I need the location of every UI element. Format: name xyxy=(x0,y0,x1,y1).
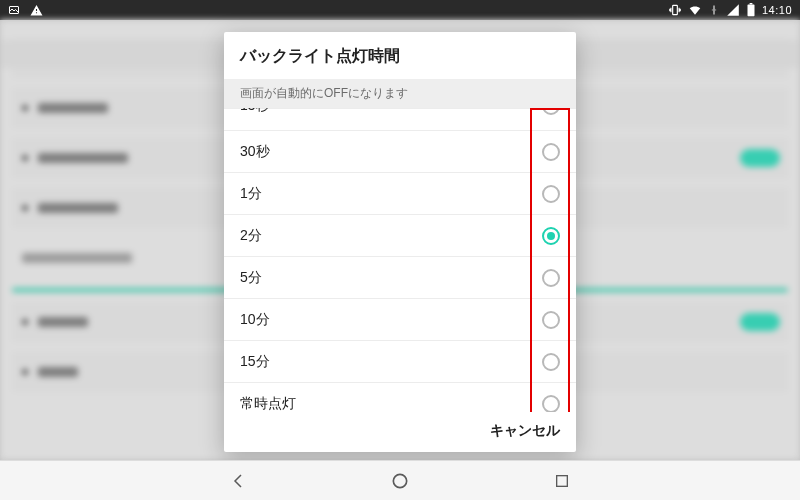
nav-home-button[interactable] xyxy=(389,470,411,492)
status-clock: 14:10 xyxy=(762,4,792,16)
radio-icon-selected xyxy=(542,227,560,245)
option-label: 15秒 xyxy=(240,108,270,115)
svg-rect-2 xyxy=(747,4,754,16)
svg-rect-3 xyxy=(750,3,753,4)
radio-icon xyxy=(542,269,560,287)
option-label: 30秒 xyxy=(240,143,270,161)
image-notification-icon xyxy=(8,4,20,16)
radio-icon xyxy=(542,143,560,161)
radio-icon xyxy=(542,395,560,413)
radio-icon xyxy=(542,185,560,203)
option-always-on[interactable]: 常時点灯 xyxy=(224,382,576,412)
wifi-icon xyxy=(688,3,702,17)
option-2min[interactable]: 2分 xyxy=(224,214,576,256)
signal-icon xyxy=(726,3,740,17)
svg-rect-5 xyxy=(557,475,568,486)
backlight-timeout-dialog: バックライト点灯時間 画面が自動的にOFFになります 15秒 30秒 1分 2分 xyxy=(224,32,576,452)
data-icon xyxy=(708,4,720,16)
svg-rect-1 xyxy=(673,5,678,14)
option-30sec[interactable]: 30秒 xyxy=(224,130,576,172)
dialog-scrim: バックライト点灯時間 画面が自動的にOFFになります 15秒 30秒 1分 2分 xyxy=(0,20,800,460)
option-label: 5分 xyxy=(240,269,262,287)
dialog-title: バックライト点灯時間 xyxy=(224,32,576,79)
battery-icon xyxy=(746,3,756,17)
radio-icon xyxy=(542,108,560,115)
dialog-subtitle: 画面が自動的にOFFになります xyxy=(224,79,576,108)
option-10min[interactable]: 10分 xyxy=(224,298,576,340)
option-label: 2分 xyxy=(240,227,262,245)
warning-icon xyxy=(30,4,43,17)
option-label: 15分 xyxy=(240,353,270,371)
option-5min[interactable]: 5分 xyxy=(224,256,576,298)
navigation-bar xyxy=(0,460,800,500)
cancel-button[interactable]: キャンセル xyxy=(490,422,560,440)
radio-icon xyxy=(542,353,560,371)
nav-recents-button[interactable] xyxy=(551,470,573,492)
status-bar: 14:10 xyxy=(0,0,800,20)
option-label: 10分 xyxy=(240,311,270,329)
option-label: 常時点灯 xyxy=(240,395,296,413)
option-1min[interactable]: 1分 xyxy=(224,172,576,214)
vibrate-icon xyxy=(668,3,682,17)
option-15sec[interactable]: 15秒 xyxy=(224,108,576,130)
radio-icon xyxy=(542,311,560,329)
options-list: 15秒 30秒 1分 2分 5分 xyxy=(224,108,576,412)
nav-back-button[interactable] xyxy=(227,470,249,492)
dialog-actions: キャンセル xyxy=(224,412,576,452)
option-label: 1分 xyxy=(240,185,262,203)
option-15min[interactable]: 15分 xyxy=(224,340,576,382)
svg-point-4 xyxy=(393,474,406,487)
